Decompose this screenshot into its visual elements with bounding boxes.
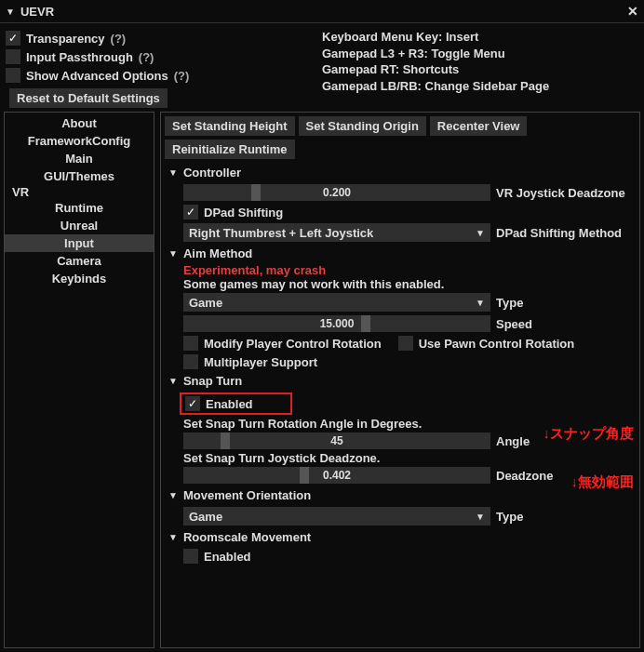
movement-type-label: Type <box>496 510 523 524</box>
chevron-down-icon: ▼ <box>476 298 485 308</box>
top-section: Transparency (?) Input Passthrough (?) S… <box>0 23 644 108</box>
chevron-down-icon: ▼ <box>476 228 485 238</box>
vr-deadzone-slider[interactable]: 0.200 <box>183 184 490 201</box>
titlebar: ▼ UEVR ✕ <box>0 0 644 23</box>
pawn-rotation-checkbox[interactable] <box>398 336 413 351</box>
snap-angle-value: 45 <box>330 434 342 447</box>
snap-angle-label: Angle <box>496 434 530 448</box>
snap-enabled-label: Enabled <box>206 397 253 411</box>
snap-dz-label: Deadzone <box>496 469 553 483</box>
set-standing-height-button[interactable]: Set Standing Height <box>165 116 295 136</box>
aim-note: Some games may not work with this enable… <box>165 277 636 291</box>
aim-warning: Experimental, may crash <box>165 263 636 277</box>
snap-dz-slider[interactable]: 0.402 <box>183 467 490 484</box>
multiplayer-row: Multiplayer Support <box>165 353 636 371</box>
aim-speed-value: 15.000 <box>320 317 355 330</box>
controller-header-label: Controller <box>183 166 241 180</box>
close-icon[interactable]: ✕ <box>627 4 638 19</box>
help-icon[interactable]: (?) <box>174 69 190 83</box>
uevr-window: ▼ UEVR ✕ Transparency (?) Input Passthro… <box>0 0 644 652</box>
controller-section-header[interactable]: ▼ Controller <box>165 163 636 182</box>
movement-header-label: Movement Orientation <box>183 488 311 502</box>
slider-handle[interactable] <box>251 184 261 201</box>
aim-type-row: Game ▼ Type <box>165 291 636 313</box>
sidebar: About FrameworkConfig Main GUI/Themes VR… <box>4 112 154 648</box>
advanced-checkbox[interactable] <box>6 68 20 83</box>
dpad-method-dropdown[interactable]: Right Thumbrest + Left Joystick ▼ <box>183 223 490 242</box>
dpad-shifting-row: DPad Shifting <box>165 203 636 221</box>
multiplayer-checkbox[interactable] <box>183 354 198 369</box>
sidebar-item-runtime[interactable]: Runtime <box>5 199 154 217</box>
collapse-triangle-icon[interactable]: ▼ <box>6 7 15 17</box>
sidebar-item-input[interactable]: Input <box>5 234 154 252</box>
help-icon[interactable]: (?) <box>139 50 154 64</box>
movement-type-value: Game <box>189 510 222 524</box>
sidebar-group-vr[interactable]: VR <box>5 185 154 199</box>
vr-deadzone-label: VR Joystick Deadzone <box>496 186 625 200</box>
sidebar-item-unreal[interactable]: Unreal <box>5 217 154 234</box>
info-line: Gamepad L3 + R3: Toggle Menu <box>322 46 635 62</box>
help-icon[interactable]: (?) <box>111 32 127 46</box>
reset-defaults-button[interactable]: Reset to Default Settings <box>9 88 168 108</box>
snap-enabled-row: Enabled <box>165 391 636 417</box>
info-line: Gamepad RT: Shortcuts <box>322 61 635 78</box>
aim-section-header[interactable]: ▼ Aim Method <box>165 244 636 263</box>
roomscale-enabled-row: Enabled <box>165 547 636 566</box>
aim-speed-row: 15.000 Speed <box>165 313 636 334</box>
sidebar-item-about[interactable]: About <box>5 114 154 132</box>
window-title: UEVR <box>20 5 54 19</box>
slider-handle[interactable] <box>300 467 309 484</box>
chevron-down-icon: ▼ <box>168 376 178 386</box>
sidebar-item-main[interactable]: Main <box>5 150 154 167</box>
roomscale-section-header[interactable]: ▼ Roomscale Movement <box>165 527 636 547</box>
aim-speed-label: Speed <box>496 317 532 331</box>
roomscale-header-label: Roomscale Movement <box>183 530 311 544</box>
snap-section-header[interactable]: ▼ Snap Turn <box>165 371 636 391</box>
sidebar-item-framework[interactable]: FrameworkConfig <box>5 132 154 150</box>
aim-type-value: Game <box>189 296 222 310</box>
info-line: Keyboard Menu Key: Insert <box>322 29 635 46</box>
dpad-shifting-checkbox[interactable] <box>183 205 198 220</box>
multiplayer-label: Multiplayer Support <box>204 355 317 369</box>
vr-deadzone-value: 0.200 <box>323 186 351 199</box>
aim-type-dropdown[interactable]: Game ▼ <box>183 293 490 312</box>
aim-speed-slider[interactable]: 15.000 <box>183 315 490 332</box>
roomscale-enabled-checkbox[interactable] <box>183 549 198 564</box>
slider-handle[interactable] <box>221 432 230 449</box>
reinitialize-runtime-button[interactable]: Reinitialize Runtime <box>165 140 295 159</box>
passthrough-checkbox[interactable] <box>6 49 20 64</box>
snap-angle-row: 45 Angle <box>165 431 636 451</box>
passthrough-label: Input Passthrough <box>26 50 133 64</box>
chevron-down-icon: ▼ <box>476 512 485 522</box>
movement-type-dropdown[interactable]: Game ▼ <box>183 507 490 526</box>
transparency-option: Transparency (?) <box>6 29 313 47</box>
passthrough-option: Input Passthrough (?) <box>6 47 313 66</box>
dpad-method-value: Right Thumbrest + Left Joystick <box>189 226 373 240</box>
snap-enabled-highlight: Enabled <box>180 393 292 415</box>
aim-header-label: Aim Method <box>183 246 252 260</box>
transparency-label: Transparency <box>26 32 105 46</box>
sidebar-item-camera[interactable]: Camera <box>5 252 154 270</box>
snap-dz-value: 0.402 <box>323 469 351 482</box>
snap-dz-note: Set Snap Turn Joystick Deadzone. <box>165 451 636 465</box>
recenter-view-button[interactable]: Recenter View <box>430 116 528 136</box>
top-options: Transparency (?) Input Passthrough (?) S… <box>6 29 313 108</box>
movement-type-row: Game ▼ Type <box>165 505 636 527</box>
slider-handle[interactable] <box>361 315 370 332</box>
sidebar-item-keybinds[interactable]: Keybinds <box>5 270 154 287</box>
aim-type-label: Type <box>496 296 523 310</box>
chevron-down-icon: ▼ <box>168 167 178 178</box>
sidebar-item-gui[interactable]: GUI/Themes <box>5 167 154 185</box>
snap-angle-slider[interactable]: 45 <box>183 432 490 449</box>
advanced-option: Show Advanced Options (?) <box>6 66 313 85</box>
movement-section-header[interactable]: ▼ Movement Orientation <box>165 486 636 505</box>
advanced-label: Show Advanced Options <box>26 69 168 83</box>
snap-dz-row: 0.402 Deadzone <box>165 465 636 486</box>
main-row: About FrameworkConfig Main GUI/Themes VR… <box>0 108 644 652</box>
set-standing-origin-button[interactable]: Set Standing Origin <box>299 116 426 136</box>
transparency-checkbox[interactable] <box>6 31 20 46</box>
chevron-down-icon: ▼ <box>168 248 178 259</box>
chevron-down-icon: ▼ <box>168 490 178 500</box>
snap-enabled-checkbox[interactable] <box>185 396 200 411</box>
modify-rotation-checkbox[interactable] <box>183 336 198 351</box>
